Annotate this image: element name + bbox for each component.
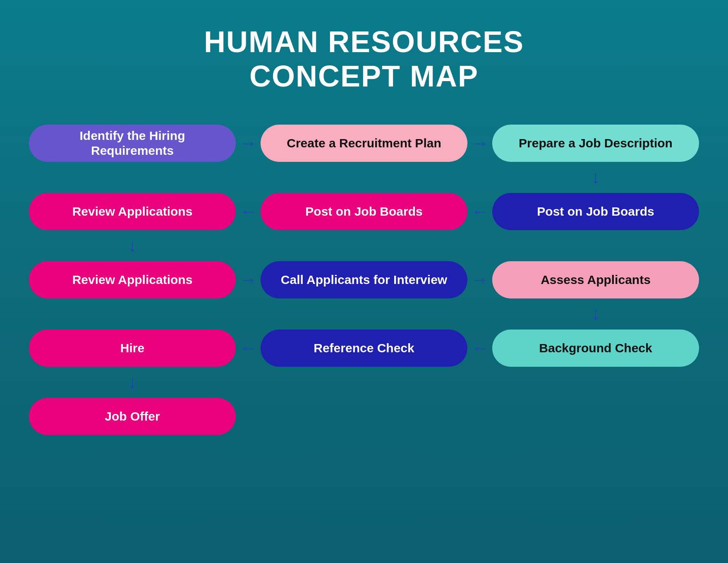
node-post-job-boards-1: Post on Job Boards	[261, 193, 467, 230]
node-hire: Hire	[29, 330, 236, 367]
node-recruitment-plan: Create a Recruitment Plan	[261, 125, 467, 162]
arrow-r1-1: →	[236, 133, 261, 153]
arrow-r1-2: →	[467, 133, 492, 153]
node-call-applicants: Call Applicants for Interview	[261, 261, 467, 298]
v-arrow-1-3: ↓	[492, 167, 699, 188]
v-arrow-2-1: ↓	[29, 235, 236, 256]
node-reference-check: Reference Check	[261, 330, 467, 367]
node-review-applications-2: Review Applications	[29, 261, 236, 298]
page-title: HUMAN RESOURCES CONCEPT MAP	[204, 25, 524, 94]
arrow-r2-2: ←	[467, 202, 492, 221]
v-arrow-3-3: ↓	[492, 303, 699, 324]
node-assess-applicants: Assess Applicants	[492, 261, 699, 298]
arrow-r2-1: ←	[236, 202, 261, 221]
node-job-description: Prepare a Job Description	[492, 125, 699, 162]
arrow-r3-2: →	[467, 270, 492, 290]
node-background-check: Background Check	[492, 330, 699, 367]
node-job-offer: Job Offer	[29, 398, 236, 435]
arrow-r3-1: →	[236, 270, 261, 290]
arrow-r4-1: ←	[236, 338, 261, 358]
node-post-job-boards-2: Post on Job Boards	[492, 193, 699, 230]
concept-map: Identify the Hiring Requirements → Creat…	[29, 123, 699, 437]
node-identify-hiring: Identify the Hiring Requirements	[29, 125, 236, 162]
v-arrow-4-1: ↓	[29, 372, 236, 392]
node-review-applications-1: Review Applications	[29, 193, 236, 230]
arrow-r4-2: ←	[467, 338, 492, 358]
